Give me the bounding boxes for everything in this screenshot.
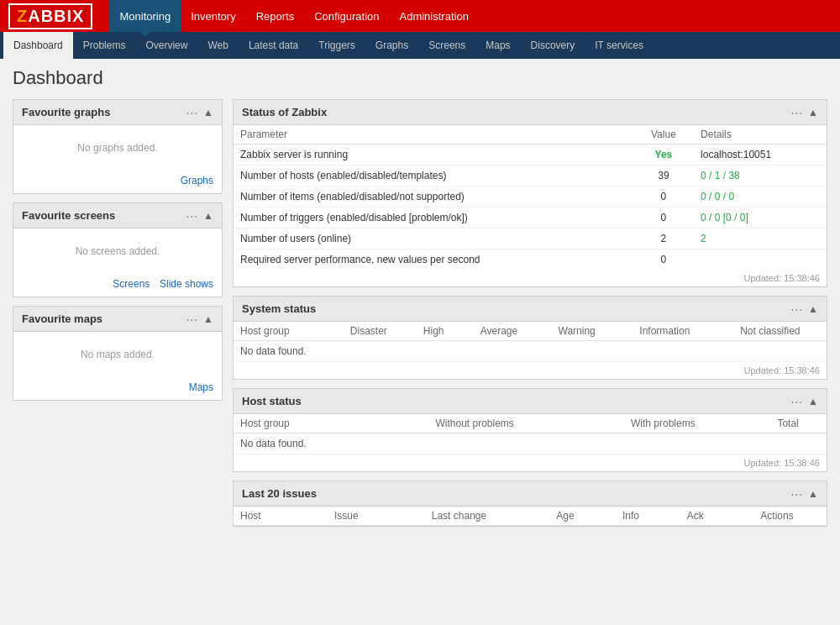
nav-configuration[interactable]: Configuration — [304, 0, 389, 32]
fav-graphs-menu-icon[interactable]: ··· — [186, 106, 198, 119]
nav-it-services[interactable]: IT services — [585, 32, 654, 59]
system-status-no-data: No data found. — [234, 341, 827, 362]
system-status-col-3: Average — [459, 322, 538, 341]
details-cell — [694, 249, 827, 270]
last20-col-5: Ack — [663, 507, 727, 526]
page-title: Dashboard — [13, 67, 827, 89]
value-cell: 2 — [633, 228, 694, 249]
host-status-title: Host status — [242, 395, 302, 407]
status-zabbix-menu-icon[interactable]: ··· — [790, 106, 803, 119]
details-cell: 0 / 1 / 38 — [694, 165, 827, 186]
last20-col-2: Last change — [386, 507, 532, 526]
slide-shows-link[interactable]: Slide shows — [160, 278, 213, 290]
fav-maps-body: No maps added. — [13, 332, 222, 377]
graphs-link[interactable]: Graphs — [181, 175, 213, 186]
last20-widget: Last 20 issues ··· ▲ HostIssueLast chang… — [233, 481, 827, 527]
details-cell: localhost:10051 — [694, 144, 827, 165]
fav-maps-title: Favourite maps — [22, 312, 102, 325]
value-cell: 0 — [633, 207, 694, 228]
fav-graphs-body: No graphs added. — [13, 125, 222, 171]
fav-screens-title: Favourite screens — [22, 209, 115, 222]
nav-graphs[interactable]: Graphs — [365, 32, 418, 59]
system-status-controls: ··· ▲ — [790, 302, 818, 316]
system-status-title: System status — [242, 302, 316, 315]
status-zabbix-controls: ··· ▲ — [790, 106, 818, 119]
maps-link[interactable]: Maps — [189, 381, 213, 393]
second-navigation: Dashboard Problems Overview Web Latest d… — [0, 32, 840, 59]
logo-z: Z — [17, 7, 28, 25]
host-status-col-2: With problems — [577, 414, 750, 433]
nav-web[interactable]: Web — [197, 32, 238, 59]
nav-triggers[interactable]: Triggers — [308, 32, 365, 59]
host-status-menu-icon[interactable]: ··· — [790, 395, 803, 408]
table-row: Number of triggers (enabled/disabled [pr… — [234, 207, 827, 228]
nav-screens[interactable]: Screens — [418, 32, 475, 59]
fav-graphs-title: Favourite graphs — [22, 106, 110, 118]
nav-discovery[interactable]: Discovery — [521, 32, 585, 59]
nav-administration[interactable]: Administration — [390, 0, 479, 32]
system-status-col-4: Warning — [538, 322, 616, 341]
col-details: Details — [694, 125, 827, 144]
param-cell: Number of items (enabled/disabled/not su… — [234, 186, 633, 207]
last20-collapse-icon[interactable]: ▲ — [808, 488, 818, 500]
nav-maps[interactable]: Maps — [475, 32, 520, 59]
system-status-table: Host groupDisasterHighAverageWarningInfo… — [234, 322, 827, 362]
fav-graphs-link: Graphs — [13, 171, 222, 193]
fav-maps-collapse-icon[interactable]: ▲ — [203, 313, 213, 325]
fav-graphs-widget: Favourite graphs ··· ▲ No graphs added. … — [13, 99, 223, 194]
value-cell: 0 — [633, 249, 694, 270]
table-row: Zabbix server is running Yes localhost:1… — [234, 144, 827, 165]
nav-inventory[interactable]: Inventory — [181, 0, 245, 32]
logo[interactable]: ZABBIX — [8, 3, 92, 29]
fav-screens-menu-icon[interactable]: ··· — [186, 209, 198, 223]
host-status-collapse-icon[interactable]: ▲ — [808, 396, 818, 407]
details-cell: 0 / 0 / 0 — [694, 186, 827, 207]
screens-link[interactable]: Screens — [113, 278, 150, 290]
system-status-collapse-icon[interactable]: ▲ — [808, 303, 818, 315]
status-zabbix-widget: Status of Zabbix ··· ▲ Parameter Value D… — [233, 99, 827, 287]
last20-controls: ··· ▲ — [790, 487, 818, 501]
host-status-col-1: Without problems — [373, 414, 577, 433]
status-table: Parameter Value Details Zabbix server is… — [234, 125, 827, 270]
host-status-controls: ··· ▲ — [790, 395, 818, 408]
fav-maps-widget: Favourite maps ··· ▲ No maps added. Maps — [13, 306, 223, 401]
system-status-header: System status ··· ▲ — [234, 297, 827, 322]
status-zabbix-updated: Updated: 15:38:46 — [234, 270, 827, 286]
system-status-col-1: Disaster — [330, 322, 407, 341]
last20-col-3: Age — [532, 507, 599, 526]
right-column: Status of Zabbix ··· ▲ Parameter Value D… — [233, 99, 827, 527]
fav-graphs-collapse-icon[interactable]: ▲ — [203, 107, 213, 118]
system-status-menu-icon[interactable]: ··· — [790, 302, 803, 316]
fav-maps-controls: ··· ▲ — [186, 312, 213, 326]
value-cell: 39 — [633, 165, 694, 186]
value-cell: Yes — [633, 144, 694, 165]
status-zabbix-title: Status of Zabbix — [242, 106, 327, 118]
nav-reports[interactable]: Reports — [246, 0, 305, 32]
host-status-col-0: Host group — [234, 414, 373, 433]
last20-col-4: Info — [599, 507, 664, 526]
value-cell: 0 — [633, 186, 694, 207]
nav-problems[interactable]: Problems — [73, 32, 136, 59]
table-row: Number of items (enabled/disabled/not su… — [234, 186, 827, 207]
nav-monitoring[interactable]: Monitoring — [109, 0, 181, 32]
param-cell: Number of users (online) — [234, 228, 633, 249]
fav-maps-menu-icon[interactable]: ··· — [186, 312, 198, 326]
top-navigation: ZABBIX Monitoring Inventory Reports Conf… — [0, 0, 840, 32]
nav-dashboard[interactable]: Dashboard — [3, 32, 73, 59]
system-status-col-5: Information — [616, 322, 714, 341]
system-status-updated: Updated: 15:38:46 — [234, 362, 827, 379]
fav-maps-link: Maps — [13, 377, 222, 400]
nav-latest-data[interactable]: Latest data — [239, 32, 308, 59]
status-zabbix-body: Parameter Value Details Zabbix server is… — [234, 125, 827, 286]
status-zabbix-collapse-icon[interactable]: ▲ — [808, 107, 818, 118]
details-cell: 2 — [694, 228, 827, 249]
param-cell: Number of hosts (enabled/disabled/templa… — [234, 165, 633, 186]
fav-screens-header: Favourite screens ··· ▲ — [13, 203, 222, 228]
system-status-col-6: Not classified — [714, 322, 827, 341]
fav-maps-header: Favourite maps ··· ▲ — [13, 307, 222, 332]
fav-screens-link: Screens Slide shows — [13, 274, 222, 297]
last20-menu-icon[interactable]: ··· — [790, 487, 803, 501]
fav-screens-collapse-icon[interactable]: ▲ — [203, 210, 213, 222]
host-status-no-data: No data found. — [234, 433, 827, 454]
param-cell: Zabbix server is running — [234, 144, 633, 165]
